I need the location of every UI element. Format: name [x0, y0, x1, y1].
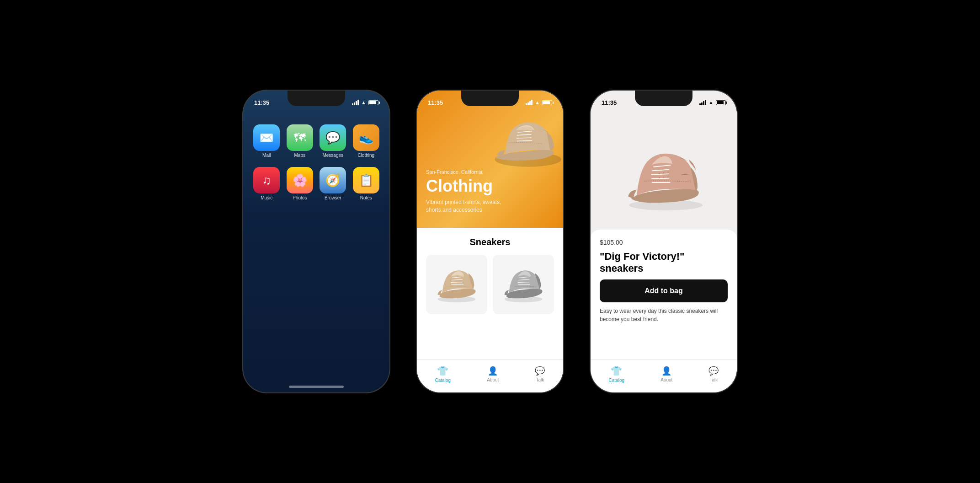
- status-icons: ▲: [526, 100, 552, 105]
- app-browser[interactable]: 🧭 Browser: [319, 167, 347, 200]
- svg-point-26: [667, 176, 669, 177]
- browser-label: Browser: [325, 195, 341, 200]
- svg-line-19: [651, 178, 669, 179]
- about-tab-icon: 👤: [661, 366, 671, 376]
- hero-text: San-Francisco, California Clothing Vibra…: [426, 169, 508, 214]
- sneaker-grey-image: [501, 265, 546, 304]
- maps-icon: 🗺: [287, 124, 313, 151]
- battery-fill: [717, 101, 724, 104]
- messages-label: Messages: [322, 153, 343, 158]
- battery-icon: [716, 100, 726, 105]
- svg-line-4: [517, 141, 533, 141]
- status-time: 11:35: [602, 99, 617, 106]
- app-mail[interactable]: ✉️ Mail: [252, 124, 281, 158]
- talk-tab-icon: 💬: [535, 366, 545, 376]
- hero-title: Clothing: [426, 177, 508, 196]
- about-tab-label: About: [487, 377, 499, 382]
- status-icons: ▲: [352, 100, 378, 105]
- svg-line-3: [517, 138, 532, 138]
- hero-sneaker-image: [474, 104, 563, 173]
- app-clothing[interactable]: 👟 Clothing: [352, 124, 381, 158]
- app-music[interactable]: ♫ Music: [252, 167, 281, 200]
- signal-icon: [699, 100, 706, 105]
- catalog-content: Sneakers: [417, 228, 563, 360]
- catalog-hero: 11:35 ▲: [417, 91, 563, 228]
- product-description: Easy to wear every day this classic snea…: [600, 307, 728, 323]
- svg-point-25: [663, 177, 665, 178]
- wifi-icon: ▲: [535, 100, 540, 105]
- phone1: 11:35 ▲ ✉️: [243, 91, 389, 392]
- tab-talk[interactable]: 💬 Talk: [535, 366, 545, 382]
- catalog-screen: 11:35 ▲: [417, 91, 563, 392]
- catalog-tab-label: Catalog: [435, 378, 451, 383]
- mail-label: Mail: [262, 153, 271, 158]
- phone3: 11:35 ▲: [591, 91, 737, 392]
- app-messages[interactable]: 💬 Messages: [319, 124, 347, 158]
- product-screen: 11:35 ▲: [591, 91, 737, 392]
- signal-icon: [526, 100, 533, 105]
- home-icons-grid: ✉️ Mail 🗺 Maps 💬 Messages 👟 Clothing: [243, 111, 389, 200]
- signal-icon: [352, 100, 359, 105]
- home-indicator: [289, 386, 344, 388]
- sneakers-grid: [426, 255, 554, 314]
- clothing-icon: 👟: [353, 124, 379, 151]
- battery-icon: [368, 100, 378, 105]
- sneaker-beige-image: [434, 265, 479, 304]
- app-photos[interactable]: 🌸 Photos: [286, 167, 314, 200]
- messages-icon: 💬: [320, 124, 346, 151]
- product-name: "Dig For Victory!" sneakers: [600, 251, 728, 275]
- product-sneaker-image: [620, 136, 707, 214]
- photos-icon: 🌸: [287, 167, 313, 193]
- hero-subtitle: Vibrant printed t-shirts, sweats, shorts…: [426, 199, 508, 214]
- sneaker-card-grey[interactable]: [493, 255, 554, 314]
- status-bar: 11:35 ▲: [417, 91, 563, 111]
- product-info: $105.00 "Dig For Victory!" sneakers Add …: [591, 230, 737, 360]
- clothing-label: Clothing: [357, 153, 374, 158]
- notes-label: Notes: [360, 195, 372, 200]
- about-tab-label: About: [660, 377, 672, 382]
- tab-about[interactable]: 👤 About: [660, 366, 672, 382]
- tab-about[interactable]: 👤 About: [487, 366, 499, 382]
- catalog-tab-icon: 👕: [611, 365, 622, 376]
- status-icons: ▲: [699, 100, 726, 105]
- battery-fill: [543, 101, 550, 104]
- battery-icon: [542, 100, 552, 105]
- wifi-icon: ▲: [361, 100, 366, 105]
- photos-label: Photos: [293, 195, 307, 200]
- product-price: $105.00: [600, 239, 728, 246]
- tab-bar: 👕 Catalog 👤 About 💬 Talk: [591, 360, 737, 392]
- talk-tab-icon: 💬: [708, 366, 719, 376]
- catalog-tab-label: Catalog: [609, 378, 624, 383]
- mail-icon: ✉️: [253, 124, 280, 151]
- status-time: 11:35: [428, 99, 443, 106]
- phone1-screen: 11:35 ▲ ✉️: [243, 91, 389, 392]
- tab-talk[interactable]: 💬 Talk: [708, 366, 719, 382]
- music-label: Music: [261, 195, 272, 200]
- sneaker-card-beige[interactable]: [426, 255, 487, 314]
- hero-location: San-Francisco, California: [426, 169, 508, 175]
- add-to-bag-button[interactable]: Add to bag: [600, 279, 728, 302]
- talk-tab-label: Talk: [536, 377, 544, 382]
- svg-point-22: [663, 172, 665, 173]
- app-notes[interactable]: 📋 Notes: [352, 167, 381, 200]
- browser-icon: 🧭: [320, 167, 346, 193]
- status-time: 11:35: [254, 99, 269, 106]
- phone2: 11:35 ▲: [417, 91, 563, 392]
- phone2-screen: 11:35 ▲: [417, 91, 563, 392]
- status-bar: 11:35 ▲: [243, 91, 389, 111]
- app-maps[interactable]: 🗺 Maps: [286, 124, 314, 158]
- maps-label: Maps: [294, 153, 305, 158]
- tab-catalog[interactable]: 👕 Catalog: [609, 365, 624, 383]
- status-bar: 11:35 ▲: [591, 91, 737, 111]
- svg-point-21: [659, 173, 660, 174]
- tab-catalog[interactable]: 👕 Catalog: [435, 365, 451, 383]
- phone3-screen: 11:35 ▲: [591, 91, 737, 392]
- section-title: Sneakers: [426, 237, 554, 247]
- music-icon: ♫: [253, 167, 280, 193]
- talk-tab-label: Talk: [710, 377, 718, 382]
- svg-point-24: [659, 177, 660, 178]
- product-hero: [591, 111, 737, 230]
- home-screen: 11:35 ▲ ✉️: [243, 91, 389, 392]
- notes-icon: 📋: [353, 167, 379, 193]
- about-tab-icon: 👤: [488, 366, 498, 376]
